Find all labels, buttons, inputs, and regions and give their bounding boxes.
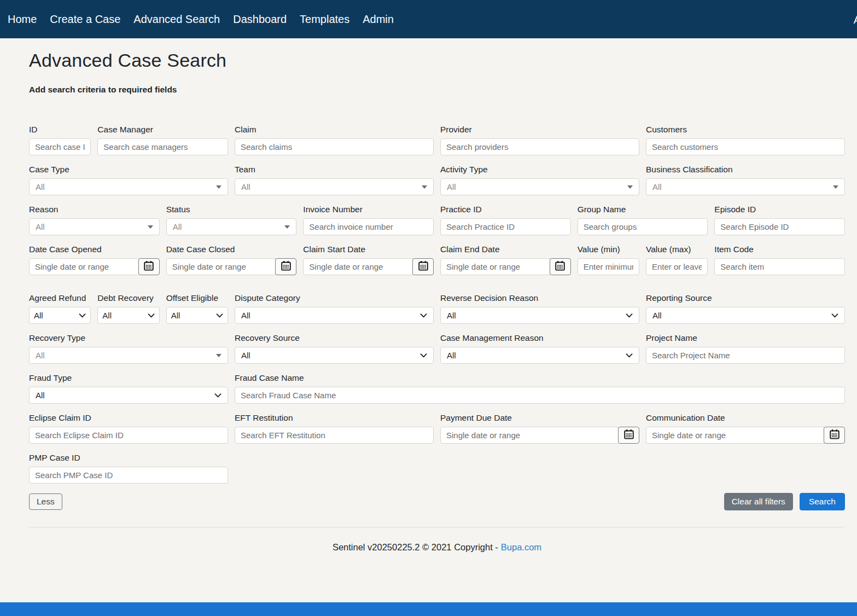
- case-type-dropdown[interactable]: All: [29, 178, 228, 195]
- field-value-max: Value (max): [646, 245, 708, 275]
- invoice-number-label: Invoice Number: [303, 205, 434, 214]
- communication-date-input[interactable]: [646, 427, 824, 444]
- field-recovery-type: Recovery Type All: [29, 333, 228, 364]
- team-dropdown[interactable]: All: [235, 178, 434, 195]
- date-case-opened-calendar-button[interactable]: [138, 258, 160, 275]
- status-dropdown[interactable]: All: [166, 218, 297, 235]
- reverse-decision-reason-value: All: [447, 311, 456, 320]
- claim-end-date-input[interactable]: [440, 258, 550, 275]
- chevron-down-icon: [79, 313, 86, 318]
- customers-input[interactable]: [646, 138, 845, 155]
- status-value: All: [173, 222, 182, 231]
- business-classification-dropdown[interactable]: All: [646, 178, 845, 195]
- nav-item-home[interactable]: Home: [8, 13, 37, 26]
- chevron-down-icon: [626, 353, 633, 358]
- fraud-type-select[interactable]: All: [29, 387, 228, 404]
- nav-item-templates[interactable]: Templates: [300, 13, 349, 26]
- episode-id-label: Episode ID: [714, 205, 845, 214]
- date-case-closed-calendar-button[interactable]: [275, 258, 296, 275]
- reporting-source-select[interactable]: All: [646, 307, 845, 324]
- eft-restitution-input[interactable]: [235, 427, 434, 444]
- value-max-label: Value (max): [646, 245, 708, 254]
- recovery-source-label: Recovery Source: [235, 333, 434, 343]
- invoice-number-input[interactable]: [303, 218, 434, 235]
- field-reverse-decision-reason: Reverse Decision Reason All: [440, 293, 639, 324]
- field-case-manager: Case Manager: [97, 125, 228, 155]
- value-min-input[interactable]: [578, 258, 639, 275]
- nav-item-create-a-case[interactable]: Create a Case: [50, 13, 120, 26]
- activity-type-label: Activity Type: [440, 165, 639, 175]
- calendar-icon: [281, 261, 291, 272]
- nav-item-advanced-search[interactable]: Advanced Search: [133, 13, 220, 26]
- claim-input[interactable]: [235, 138, 434, 155]
- case-management-reason-select[interactable]: All: [440, 347, 639, 364]
- footer-bupa-link[interactable]: Bupa.com: [501, 542, 541, 552]
- nav-item-admin[interactable]: Admin: [363, 13, 394, 26]
- field-fraud-case-name: Fraud Case Name: [235, 373, 845, 404]
- field-dispute-category: Dispute Category All: [235, 293, 434, 324]
- page-title: Advanced Case Search: [29, 50, 845, 71]
- debt-recovery-select[interactable]: All: [97, 307, 159, 324]
- filters-form: ID Case Manager Claim Provider Customers: [29, 125, 845, 527]
- reason-dropdown[interactable]: All: [29, 218, 160, 235]
- field-claim-end-date: Claim End Date: [440, 245, 571, 275]
- case-manager-input[interactable]: [97, 138, 228, 155]
- page-subtitle: Add search criteria to required fields: [29, 85, 845, 95]
- agreed-refund-select[interactable]: All: [29, 307, 91, 324]
- recovery-type-label: Recovery Type: [29, 333, 228, 343]
- practice-id-label: Practice ID: [440, 205, 571, 214]
- claim-start-date-input[interactable]: [303, 258, 413, 275]
- chevron-down-icon: [626, 313, 633, 318]
- clear-all-filters-button[interactable]: Clear all filters: [724, 493, 793, 510]
- field-date-case-closed: Date Case Closed: [166, 245, 297, 275]
- case-type-label: Case Type: [29, 165, 228, 175]
- business-classification-value: All: [652, 182, 662, 191]
- group-name-input[interactable]: [578, 218, 708, 235]
- date-case-opened-input[interactable]: [29, 258, 139, 275]
- field-communication-date: Communication Date: [646, 413, 845, 444]
- date-case-closed-input[interactable]: [166, 258, 276, 275]
- field-activity-type: Activity Type All: [440, 165, 639, 195]
- field-invoice-number: Invoice Number: [303, 205, 434, 235]
- less-button[interactable]: Less: [29, 493, 62, 510]
- debt-recovery-label: Debt Recovery: [97, 293, 159, 303]
- payment-due-date-input[interactable]: [440, 427, 619, 444]
- fraud-case-name-input[interactable]: [235, 387, 845, 404]
- calendar-icon: [624, 429, 634, 441]
- project-name-input[interactable]: [646, 347, 845, 364]
- activity-type-value: All: [447, 182, 456, 191]
- dispute-category-select[interactable]: All: [235, 307, 434, 324]
- search-button[interactable]: Search: [800, 493, 845, 510]
- field-case-management-reason: Case Management Reason All: [440, 333, 639, 364]
- item-code-input[interactable]: [714, 258, 845, 275]
- episode-id-input[interactable]: [714, 218, 845, 235]
- id-input[interactable]: [29, 138, 91, 155]
- recovery-type-dropdown[interactable]: All: [29, 347, 228, 364]
- offset-eligible-select[interactable]: All: [166, 307, 228, 324]
- provider-input[interactable]: [440, 138, 639, 155]
- recovery-source-select[interactable]: All: [235, 347, 434, 364]
- caret-down-icon: [284, 225, 290, 229]
- practice-id-input[interactable]: [440, 218, 571, 235]
- caret-down-icon: [216, 185, 221, 189]
- field-recovery-source: Recovery Source All: [235, 333, 434, 364]
- value-max-input[interactable]: [646, 258, 708, 275]
- footer-version-text: Sentinel v20250225.2 © 2021 Copyright -: [333, 542, 498, 552]
- calendar-icon: [418, 261, 428, 272]
- actions-row: Less Clear all filters Search: [29, 493, 845, 510]
- field-agreed-refund: Agreed Refund All: [29, 293, 91, 324]
- claim-end-date-calendar-button[interactable]: [550, 258, 571, 275]
- field-offset-eligible: Offset Eligible All: [166, 293, 228, 324]
- reverse-decision-reason-select[interactable]: All: [440, 307, 639, 324]
- field-debt-recovery: Debt Recovery All: [97, 293, 159, 324]
- claim-start-date-label: Claim Start Date: [303, 245, 434, 254]
- pmp-case-id-input[interactable]: [29, 467, 228, 484]
- payment-due-date-calendar-button[interactable]: [618, 427, 639, 444]
- communication-date-calendar-button[interactable]: [824, 427, 845, 444]
- nav-item-dashboard[interactable]: Dashboard: [233, 13, 287, 26]
- claim-start-date-calendar-button[interactable]: [412, 258, 434, 275]
- eclipse-claim-id-input[interactable]: [29, 427, 228, 444]
- caret-down-icon: [422, 185, 427, 189]
- activity-type-dropdown[interactable]: All: [440, 178, 639, 195]
- calendar-icon: [555, 261, 565, 272]
